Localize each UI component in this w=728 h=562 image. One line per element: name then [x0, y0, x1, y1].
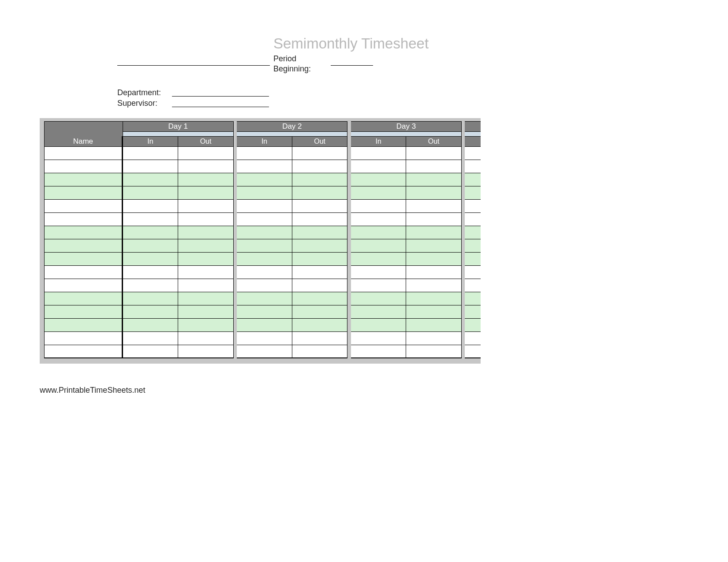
in-cell[interactable]: [237, 213, 292, 226]
in-cell[interactable]: [237, 305, 292, 319]
name-cell[interactable]: [44, 200, 123, 213]
in-cell[interactable]: [237, 160, 292, 173]
in-cell[interactable]: [237, 292, 292, 305]
in-cell[interactable]: [351, 279, 407, 292]
name-cell[interactable]: [44, 239, 123, 253]
in-cell[interactable]: [237, 345, 292, 358]
name-cell[interactable]: [44, 226, 123, 239]
table-row[interactable]: [44, 186, 481, 200]
department-line[interactable]: [172, 96, 269, 97]
out-cell[interactable]: [406, 292, 462, 305]
in-cell[interactable]: [351, 173, 407, 186]
out-cell[interactable]: [178, 226, 234, 239]
company-name-line[interactable]: [117, 65, 270, 66]
in-cell[interactable]: [465, 160, 481, 173]
table-row[interactable]: [44, 147, 481, 160]
out-cell[interactable]: [178, 305, 234, 319]
out-cell[interactable]: [292, 332, 348, 345]
name-cell[interactable]: [44, 292, 123, 305]
out-cell[interactable]: [292, 160, 348, 173]
in-cell[interactable]: [465, 319, 481, 332]
table-row[interactable]: [44, 345, 481, 358]
table-row[interactable]: [44, 173, 481, 186]
in-cell[interactable]: [465, 200, 481, 213]
in-cell[interactable]: [237, 239, 292, 253]
out-cell[interactable]: [178, 200, 234, 213]
out-cell[interactable]: [406, 213, 462, 226]
in-cell[interactable]: [237, 319, 292, 332]
out-cell[interactable]: [292, 239, 348, 253]
in-cell[interactable]: [465, 226, 481, 239]
out-cell[interactable]: [406, 305, 462, 319]
out-cell[interactable]: [292, 319, 348, 332]
name-cell[interactable]: [44, 279, 123, 292]
out-cell[interactable]: [406, 160, 462, 173]
out-cell[interactable]: [178, 266, 234, 279]
in-cell[interactable]: [465, 147, 481, 160]
in-cell[interactable]: [237, 253, 292, 266]
in-cell[interactable]: [465, 213, 481, 226]
in-cell[interactable]: [351, 213, 407, 226]
in-cell[interactable]: [123, 239, 179, 253]
in-cell[interactable]: [465, 239, 481, 253]
in-cell[interactable]: [123, 279, 179, 292]
name-cell[interactable]: [44, 186, 123, 200]
table-row[interactable]: [44, 239, 481, 253]
out-cell[interactable]: [178, 345, 234, 358]
out-cell[interactable]: [178, 213, 234, 226]
out-cell[interactable]: [178, 319, 234, 332]
out-cell[interactable]: [292, 305, 348, 319]
table-row[interactable]: [44, 266, 481, 279]
out-cell[interactable]: [178, 186, 234, 200]
in-cell[interactable]: [123, 200, 179, 213]
table-row[interactable]: [44, 292, 481, 305]
in-cell[interactable]: [465, 279, 481, 292]
in-cell[interactable]: [123, 332, 179, 345]
supervisor-line[interactable]: [172, 107, 269, 107]
in-cell[interactable]: [351, 305, 407, 319]
in-cell[interactable]: [123, 147, 179, 160]
out-cell[interactable]: [292, 279, 348, 292]
name-cell[interactable]: [44, 319, 123, 332]
in-cell[interactable]: [351, 147, 407, 160]
table-row[interactable]: [44, 200, 481, 213]
in-cell[interactable]: [237, 279, 292, 292]
in-cell[interactable]: [351, 226, 407, 239]
in-cell[interactable]: [237, 186, 292, 200]
in-cell[interactable]: [237, 147, 292, 160]
out-cell[interactable]: [292, 292, 348, 305]
in-cell[interactable]: [465, 345, 481, 358]
out-cell[interactable]: [292, 200, 348, 213]
out-cell[interactable]: [406, 173, 462, 186]
name-cell[interactable]: [44, 305, 123, 319]
in-cell[interactable]: [351, 319, 407, 332]
table-row[interactable]: [44, 305, 481, 319]
in-cell[interactable]: [237, 173, 292, 186]
out-cell[interactable]: [406, 253, 462, 266]
in-cell[interactable]: [237, 266, 292, 279]
name-cell[interactable]: [44, 160, 123, 173]
in-cell[interactable]: [123, 226, 179, 239]
out-cell[interactable]: [406, 200, 462, 213]
out-cell[interactable]: [178, 147, 234, 160]
name-cell[interactable]: [44, 173, 123, 186]
out-cell[interactable]: [406, 186, 462, 200]
in-cell[interactable]: [237, 332, 292, 345]
in-cell[interactable]: [123, 266, 179, 279]
in-cell[interactable]: [123, 319, 179, 332]
in-cell[interactable]: [465, 266, 481, 279]
out-cell[interactable]: [292, 173, 348, 186]
in-cell[interactable]: [237, 200, 292, 213]
in-cell[interactable]: [351, 266, 407, 279]
name-cell[interactable]: [44, 253, 123, 266]
out-cell[interactable]: [292, 147, 348, 160]
in-cell[interactable]: [465, 305, 481, 319]
out-cell[interactable]: [292, 253, 348, 266]
in-cell[interactable]: [465, 186, 481, 200]
out-cell[interactable]: [178, 332, 234, 345]
table-row[interactable]: [44, 226, 481, 239]
in-cell[interactable]: [351, 160, 407, 173]
out-cell[interactable]: [406, 239, 462, 253]
name-cell[interactable]: [44, 213, 123, 226]
out-cell[interactable]: [406, 266, 462, 279]
